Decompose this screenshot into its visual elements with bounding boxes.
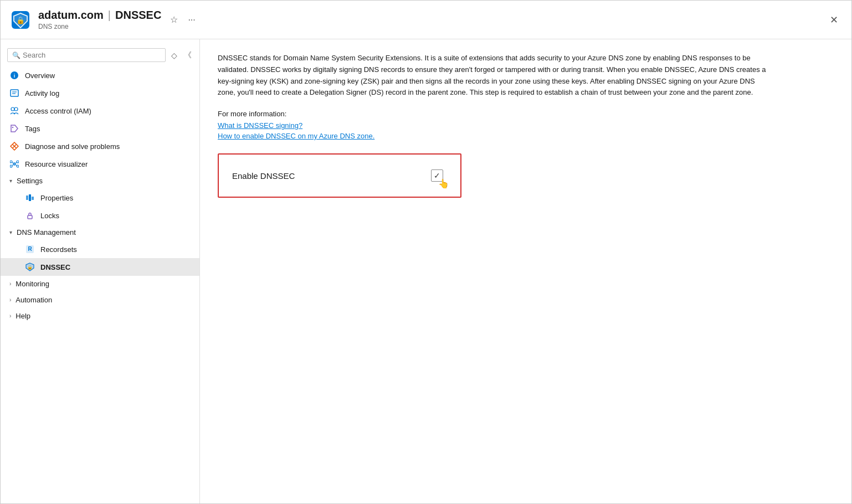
svg-rect-23 bbox=[26, 196, 28, 200]
favorite-button[interactable]: ☆ bbox=[168, 13, 180, 26]
sidebar: 🔍 ◇ 《 i Overview bbox=[1, 39, 200, 503]
enable-dnssec-label: Enable DNSSEC bbox=[232, 171, 295, 181]
locks-label: Locks bbox=[40, 212, 191, 220]
main-layout: 🔍 ◇ 《 i Overview bbox=[1, 39, 851, 503]
dns-zone-icon: 🔒 bbox=[9, 9, 32, 31]
more-options-button[interactable]: ··· bbox=[186, 14, 197, 26]
settings-chevron-icon: ▾ bbox=[9, 178, 12, 184]
sidebar-item-resource-visualizer[interactable]: Resource visualizer bbox=[1, 155, 199, 173]
sidebar-item-overview[interactable]: i Overview bbox=[1, 66, 199, 84]
content-area: DNSSEC stands for Domain Name System Sec… bbox=[200, 39, 851, 503]
recordsets-label: Recordsets bbox=[40, 245, 191, 254]
sidebar-item-locks[interactable]: Locks bbox=[1, 207, 199, 224]
search-input-wrapper[interactable]: 🔍 bbox=[7, 48, 166, 62]
diagnose-label: Diagnose and solve problems bbox=[25, 142, 191, 151]
dnssec-icon: 🔒 bbox=[25, 262, 35, 272]
domain-name: adatum.com bbox=[38, 9, 104, 22]
svg-text:i: i bbox=[14, 73, 16, 79]
cursor-pointer-icon: 👆 bbox=[438, 178, 449, 189]
dns-management-chevron-icon: ▾ bbox=[9, 229, 12, 235]
header-title-group: adatum.com | DNSSEC DNS zone bbox=[38, 9, 161, 30]
automation-label: Automation bbox=[16, 296, 52, 304]
svg-text:R: R bbox=[28, 246, 32, 252]
svg-text:🔒: 🔒 bbox=[27, 264, 33, 270]
collapse-sidebar-button[interactable]: 《 bbox=[183, 49, 193, 61]
svg-line-20 bbox=[16, 162, 17, 163]
resource-visualizer-label: Resource visualizer bbox=[25, 160, 191, 168]
svg-line-21 bbox=[12, 164, 13, 166]
svg-point-18 bbox=[17, 165, 19, 167]
close-icon: ✕ bbox=[830, 14, 838, 25]
search-container: 🔍 ◇ 《 bbox=[1, 44, 199, 66]
how-to-enable-link[interactable]: How to enable DNSSEC on my Azure DNS zon… bbox=[218, 132, 834, 140]
search-input[interactable] bbox=[23, 51, 161, 59]
help-chevron-icon: › bbox=[9, 313, 11, 319]
svg-line-22 bbox=[16, 164, 17, 166]
dnssec-description: DNSSEC stands for Domain Name System Sec… bbox=[218, 53, 772, 99]
settings-label: Settings bbox=[17, 177, 43, 185]
section-settings[interactable]: ▾ Settings bbox=[1, 173, 199, 189]
svg-point-9 bbox=[11, 107, 14, 111]
more-info-section: For more information: What is DNSSEC sig… bbox=[218, 110, 834, 140]
sidebar-item-tags[interactable]: Tags bbox=[1, 120, 199, 137]
svg-point-16 bbox=[17, 161, 19, 163]
overview-label: Overview bbox=[25, 71, 191, 80]
page-header: 🔒 adatum.com | DNSSEC DNS zone ☆ ··· ✕ bbox=[1, 1, 851, 39]
properties-icon bbox=[25, 193, 35, 203]
dnssec-label: DNSSEC bbox=[40, 263, 191, 271]
section-dns-management[interactable]: ▾ DNS Management bbox=[1, 224, 199, 240]
diagnose-icon bbox=[9, 141, 19, 151]
tags-icon bbox=[9, 124, 19, 133]
svg-point-15 bbox=[10, 161, 12, 163]
search-icon: 🔍 bbox=[12, 52, 20, 59]
svg-rect-6 bbox=[11, 90, 18, 96]
close-button[interactable]: ✕ bbox=[825, 12, 843, 28]
header-actions: ☆ ··· bbox=[168, 13, 197, 26]
what-is-dnssec-link[interactable]: What is DNSSEC signing? bbox=[218, 121, 834, 130]
resource-icon bbox=[9, 159, 19, 169]
recordsets-icon: R bbox=[25, 244, 35, 254]
automation-chevron-icon: › bbox=[9, 297, 11, 303]
separator: | bbox=[108, 9, 111, 22]
more-info-label: For more information: bbox=[218, 110, 834, 118]
section-help[interactable]: › Help bbox=[1, 308, 199, 324]
svg-point-11 bbox=[12, 127, 13, 128]
header-subtitle: DNS zone bbox=[38, 23, 161, 30]
svg-rect-26 bbox=[28, 215, 32, 219]
monitoring-chevron-icon: › bbox=[9, 281, 11, 287]
svg-point-10 bbox=[14, 107, 18, 111]
iam-icon bbox=[9, 106, 19, 116]
sidebar-item-properties[interactable]: Properties bbox=[1, 189, 199, 207]
enable-dnssec-box[interactable]: Enable DNSSEC ✓ 👆 bbox=[218, 153, 461, 198]
section-monitoring[interactable]: › Monitoring bbox=[1, 276, 199, 292]
svg-line-19 bbox=[12, 162, 13, 163]
overview-icon: i bbox=[9, 70, 19, 80]
svg-text:🔒: 🔒 bbox=[16, 16, 25, 25]
tags-label: Tags bbox=[25, 125, 191, 133]
page-title: adatum.com | DNSSEC bbox=[38, 9, 161, 22]
svg-rect-25 bbox=[32, 197, 34, 200]
iam-label: Access control (IAM) bbox=[25, 107, 191, 115]
locks-icon bbox=[25, 210, 35, 220]
sidebar-item-diagnose[interactable]: Diagnose and solve problems bbox=[1, 137, 199, 155]
page-name: DNSSEC bbox=[115, 9, 161, 22]
sidebar-item-iam[interactable]: Access control (IAM) bbox=[1, 102, 199, 120]
activity-icon bbox=[9, 88, 19, 98]
monitoring-label: Monitoring bbox=[16, 280, 49, 288]
svg-rect-24 bbox=[29, 194, 31, 201]
section-automation[interactable]: › Automation bbox=[1, 292, 199, 308]
svg-point-14 bbox=[13, 162, 16, 166]
activity-log-label: Activity log bbox=[25, 89, 191, 97]
sidebar-item-activity-log[interactable]: Activity log bbox=[1, 84, 199, 102]
help-label: Help bbox=[16, 312, 30, 320]
enable-dnssec-checkbox-container: ✓ 👆 bbox=[427, 166, 447, 186]
dns-management-label: DNS Management bbox=[17, 228, 76, 236]
svg-point-17 bbox=[10, 165, 12, 167]
sidebar-item-recordsets[interactable]: R Recordsets bbox=[1, 240, 199, 258]
properties-label: Properties bbox=[40, 194, 191, 202]
sidebar-item-dnssec[interactable]: 🔒 DNSSEC bbox=[1, 258, 199, 276]
filter-button[interactable]: ◇ bbox=[170, 50, 178, 61]
